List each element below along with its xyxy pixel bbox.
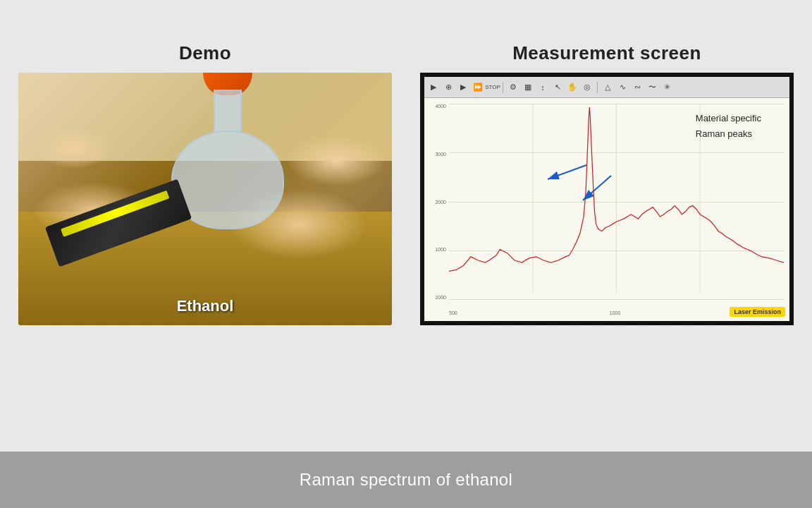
x-label-1000: 1000 (610, 310, 621, 315)
y-label-4000: 4000 (435, 104, 446, 109)
toolbar-sep2 (597, 82, 598, 93)
laser-badge: Laser Emission (730, 307, 785, 317)
toolbar-grid-icon[interactable]: ▦ (522, 81, 534, 94)
y-axis: 4000 3000 2000 1000 2000 (424, 104, 448, 300)
toolbar-hand-icon[interactable]: ✋ (566, 81, 579, 94)
y-label-2000: 2000 (435, 200, 446, 205)
demo-panel: Demo Ethanol (18, 42, 392, 325)
y-label-3000: 3000 (435, 152, 446, 157)
toolbar: ▶ ⊕ ▶ ⏩ STOP ⚙ ▦ ↕ ↖ ✋ ◎ △ ∿ (424, 77, 789, 98)
chart-area: 4000 3000 2000 1000 2000 (424, 98, 789, 321)
demo-title: Demo (179, 42, 231, 64)
toolbar-gear-icon[interactable]: ⚙ (507, 81, 519, 94)
demo-photo-bg (18, 73, 392, 325)
demo-image: Ethanol (18, 73, 392, 325)
toolbar-play-icon[interactable]: ▶ (457, 81, 469, 94)
toolbar-wave1-icon[interactable]: ∿ (616, 81, 629, 94)
toolbar-mountain-icon[interactable]: △ (601, 81, 614, 94)
toolbar-wave3-icon[interactable]: 〜 (646, 81, 658, 94)
measurement-screen: ▶ ⊕ ▶ ⏩ STOP ⚙ ▦ ↕ ↖ ✋ ◎ △ ∿ (420, 73, 794, 325)
bottom-text: Raman spectrum of ethanol (300, 470, 512, 490)
annotation-line1: Material specific (696, 112, 761, 125)
toolbar-fastforward-icon[interactable]: ⏩ (472, 81, 484, 94)
toolbar-cursor-icon[interactable]: ▶ (427, 81, 440, 94)
bottom-bar: Raman spectrum of ethanol (0, 452, 812, 508)
y-label-2000b: 2000 (435, 295, 446, 300)
toolbar-cursor2-icon[interactable]: ↖ (551, 81, 564, 94)
toolbar-sep1 (503, 82, 503, 93)
toolbar-star-icon[interactable]: ✳ (660, 81, 673, 94)
grid-line-5 (449, 299, 784, 300)
toolbar-circle-icon[interactable]: ⊕ (442, 81, 455, 94)
flask-neck (214, 90, 242, 132)
annotation-box: Material specific Raman peaks (696, 112, 761, 143)
toolbar-stop-label[interactable]: STOP (486, 81, 499, 94)
main-content: Demo Ethanol (0, 0, 812, 508)
y-label-1000: 1000 (435, 247, 446, 252)
toolbar-circle2-icon[interactable]: ◎ (581, 81, 593, 94)
ethanol-label: Ethanol (177, 297, 234, 315)
measurement-title: Measurement screen (512, 42, 701, 64)
x-label-500: 500 (449, 310, 457, 315)
measurement-panel: Measurement screen ▶ ⊕ ▶ ⏩ STOP ⚙ ▦ ↕ ↖ (420, 42, 794, 325)
annotation-line2: Raman peaks (696, 128, 761, 140)
toolbar-wave2-icon[interactable]: ∾ (631, 81, 644, 94)
slides-area: Demo Ethanol (0, 0, 812, 452)
measurement-inner: ▶ ⊕ ▶ ⏩ STOP ⚙ ▦ ↕ ↖ ✋ ◎ △ ∿ (424, 77, 789, 321)
toolbar-arrow-icon[interactable]: ↕ (536, 81, 549, 94)
